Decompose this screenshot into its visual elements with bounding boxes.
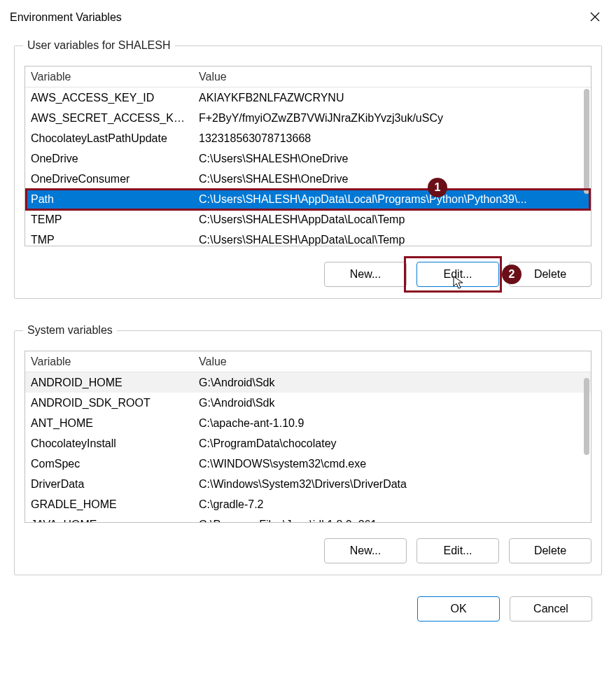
edit-button[interactable]: Edit...	[416, 538, 499, 563]
table-row-selected[interactable]: PathC:\Users\SHALESH\AppData\Local\Progr…	[25, 189, 591, 209]
table-row[interactable]: ComSpecC:\WINDOWS\system32\cmd.exe	[25, 454, 591, 474]
new-button[interactable]: New...	[324, 538, 407, 563]
title-bar: Environment Variables	[0, 0, 616, 32]
table-row[interactable]: DriverDataC:\Windows\System32\Drivers\Dr…	[25, 474, 591, 494]
user-group-legend: User variables for SHALESH	[23, 39, 175, 52]
table-row[interactable]: OneDriveC:\Users\SHALESH\OneDrive	[25, 148, 591, 169]
header-variable: Variable	[25, 69, 193, 85]
header-variable: Variable	[25, 353, 193, 370]
list-header: Variable Value	[25, 66, 591, 87]
table-row[interactable]: ChocolateyLastPathUpdate1323185630787136…	[25, 128, 591, 148]
system-variables-list[interactable]: Variable Value ANDROID_HOMEG:\Android\Sd…	[24, 351, 592, 523]
delete-button[interactable]: Delete	[509, 538, 592, 563]
table-row[interactable]: JAVA_HOMEC:\Program Files\Java\jdk1.8.0_…	[25, 514, 591, 522]
dialog-footer: OK Cancel	[0, 596, 616, 636]
table-row[interactable]: ChocolateyInstallC:\ProgramData\chocolat…	[25, 433, 591, 454]
header-value: Value	[193, 69, 591, 85]
user-variables-group: User variables for SHALESH Variable Valu…	[14, 39, 602, 299]
system-group-legend: System variables	[23, 324, 117, 337]
table-row[interactable]: TEMPC:\Users\SHALESH\AppData\Local\Temp	[25, 209, 591, 230]
table-row[interactable]: ANDROID_SDK_ROOTG:\Android\Sdk	[25, 393, 591, 413]
table-row[interactable]: OneDriveConsumerC:\Users\SHALESH\OneDriv…	[25, 169, 591, 189]
table-row[interactable]: TMPC:\Users\SHALESH\AppData\Local\Temp	[25, 230, 591, 246]
edit-button[interactable]: Edit...	[416, 262, 499, 287]
table-row[interactable]: ANT_HOMEC:\apache-ant-1.10.9	[25, 413, 591, 433]
close-icon[interactable]	[584, 8, 606, 27]
table-row[interactable]: AWS_SECRET_ACCESS_KEYF+2ByY/fmyiOZwZB7VW…	[25, 108, 591, 128]
user-buttons: New... Edit... Delete 2	[24, 262, 592, 287]
new-button[interactable]: New...	[324, 262, 407, 287]
header-value: Value	[193, 353, 591, 370]
scrollbar[interactable]	[584, 378, 589, 455]
cancel-button[interactable]: Cancel	[510, 596, 592, 622]
list-header: Variable Value	[25, 351, 591, 372]
scrollbar[interactable]	[584, 89, 589, 194]
table-row[interactable]: AWS_ACCESS_KEY_IDAKIAYKFB2NLFAZWCRYNU	[25, 87, 591, 108]
window-title: Environment Variables	[10, 11, 122, 24]
delete-button[interactable]: Delete	[509, 262, 592, 287]
ok-button[interactable]: OK	[417, 596, 500, 622]
user-variables-list[interactable]: Variable Value AWS_ACCESS_KEY_IDAKIAYKFB…	[24, 66, 592, 246]
system-buttons: New... Edit... Delete	[24, 538, 592, 563]
system-variables-group: System variables Variable Value ANDROID_…	[14, 324, 602, 575]
table-row[interactable]: ANDROID_HOMEG:\Android\Sdk	[25, 372, 591, 393]
table-row[interactable]: GRADLE_HOMEC:\gradle-7.2	[25, 494, 591, 514]
